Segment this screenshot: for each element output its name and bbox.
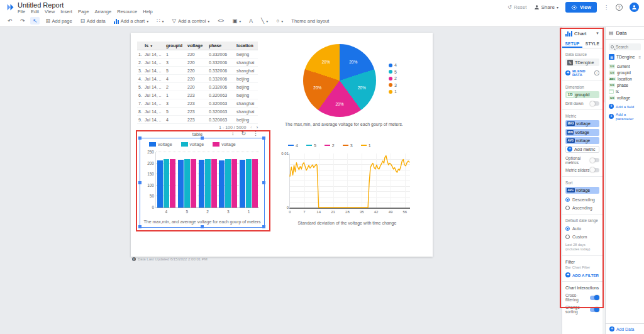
- chevron-down-icon[interactable]: ▼: [596, 31, 599, 35]
- field-location[interactable]: ABClocation: [609, 75, 641, 82]
- field-current[interactable]: 123current: [609, 63, 641, 69]
- data-source-chip[interactable]: ✎ TDengine: [565, 58, 599, 66]
- search-input[interactable]: [616, 45, 639, 49]
- selection-handle[interactable]: [201, 136, 204, 140]
- toolbar-line-button[interactable]: ╲▾: [258, 17, 270, 25]
- toolbar-embed-button[interactable]: <>: [215, 17, 226, 25]
- field-phase[interactable]: 123phase: [609, 82, 641, 88]
- menu-view[interactable]: View: [45, 9, 55, 14]
- metric-chip-avg[interactable]: AVGvoltage: [565, 137, 599, 144]
- metric-chip-max[interactable]: MAXvoltage: [565, 120, 599, 127]
- tab-style[interactable]: STYLE: [582, 40, 602, 48]
- tab-setup[interactable]: SETUP: [562, 40, 582, 48]
- menu-insert[interactable]: Insert: [60, 9, 72, 14]
- blend-data-link[interactable]: + BLEND DATA: [565, 69, 594, 77]
- table-cell: beijing: [235, 75, 258, 83]
- reset-button[interactable]: ↺ Reset: [508, 4, 527, 10]
- metric-sliders-toggle[interactable]: [590, 168, 599, 172]
- selection-handle[interactable]: [138, 181, 142, 184]
- legend-swatch: [181, 142, 188, 147]
- menu-help[interactable]: Help: [143, 9, 152, 14]
- menu-resource[interactable]: Resource: [117, 9, 137, 14]
- menu-edit[interactable]: Edit: [31, 9, 39, 14]
- table-chart[interactable]: ts ▼ groupid voltage phase location 1.Ju…: [137, 42, 258, 137]
- field-search[interactable]: [609, 43, 641, 50]
- avatar[interactable]: [630, 3, 639, 12]
- menu-file[interactable]: File: [18, 9, 25, 14]
- toggle-switch[interactable]: [590, 296, 599, 300]
- sort-option-descending[interactable]: Descending: [565, 198, 599, 202]
- toolbar-community-viz-button[interactable]: ∷▾: [154, 17, 166, 25]
- selection-handle[interactable]: [262, 225, 265, 228]
- more-vert-icon[interactable]: ⋮: [604, 4, 609, 10]
- selection-handle[interactable]: [138, 225, 142, 228]
- selection-handle[interactable]: [262, 181, 265, 184]
- blend-info-icon[interactable]: i: [594, 70, 599, 75]
- col-ts[interactable]: ts ▼: [143, 42, 165, 50]
- pie-chart[interactable]: 45231 The max,min, and average voltage f…: [274, 38, 423, 131]
- toolbar-shape-button[interactable]: ○▾: [274, 17, 286, 25]
- add-metric-button[interactable]: + Add metric: [565, 146, 599, 153]
- share-caret-icon[interactable]: ▾: [557, 5, 558, 9]
- add-field-link[interactable]: + Add a field: [609, 104, 641, 109]
- bar-voltage: [205, 159, 211, 208]
- toolbar-add-data-button[interactable]: ⊟Add data: [78, 17, 108, 25]
- line-chart[interactable]: 45231 07142128354249560.010 Standard dev…: [277, 141, 418, 226]
- selection-handle[interactable]: [201, 225, 204, 228]
- add-parameter-link[interactable]: + Add a parameter: [609, 112, 641, 121]
- col-phase[interactable]: phase: [208, 42, 235, 50]
- view-button[interactable]: View: [565, 2, 597, 13]
- field-groupid[interactable]: 123groupid: [609, 69, 641, 75]
- col-location[interactable]: location: [235, 42, 258, 50]
- number-type-badge: 123: [567, 93, 574, 97]
- legend-dash: [343, 145, 348, 146]
- legend-item: 2: [325, 143, 335, 148]
- date-option-auto[interactable]: Auto: [565, 226, 599, 231]
- data-source-row[interactable]: ▦ TDengine ≡: [609, 54, 641, 60]
- refresh-icon[interactable]: ↻: [242, 130, 247, 136]
- dimension-chip-groupid[interactable]: 123 groupid: [565, 91, 599, 98]
- sort-metric-chip[interactable]: AVG voltage: [565, 187, 599, 194]
- col-groupid[interactable]: groupid: [165, 42, 186, 50]
- share-button[interactable]: Share ▾: [534, 4, 558, 10]
- toggle-switch[interactable]: [590, 308, 599, 312]
- chart-more-vert-icon[interactable]: ⋮: [253, 130, 258, 136]
- metric-sliders-label: Metric sliders: [565, 168, 589, 172]
- optional-metrics-toggle[interactable]: [590, 158, 599, 162]
- toolbar-select-button[interactable]: ↖: [30, 17, 40, 25]
- date-option-custom[interactable]: Custom: [565, 235, 599, 239]
- report-title[interactable]: Untitled Report: [18, 1, 64, 9]
- bar-plot-area: 05010015020025045231: [155, 152, 259, 208]
- menu-arrange[interactable]: Arrange: [94, 9, 111, 14]
- toolbar-add-chart-button[interactable]: Add a chart▾: [111, 17, 151, 25]
- metric-chip-min[interactable]: MINvoltage: [565, 129, 599, 136]
- toolbar-add-control-button[interactable]: ▽Add a control▾: [170, 17, 213, 25]
- toolbar-redo-button[interactable]: ↷: [18, 17, 27, 25]
- legend-dash: [306, 145, 312, 146]
- field-ts[interactable]: ts: [609, 88, 641, 94]
- sort-option-ascending[interactable]: Ascending: [565, 206, 599, 210]
- toolbar-image-button[interactable]: ▣▾: [230, 17, 243, 25]
- selection-handle[interactable]: [262, 136, 265, 140]
- toolbar-textbox-button[interactable]: A: [247, 17, 255, 25]
- help-icon[interactable]: ?: [616, 4, 623, 11]
- page-next-icon[interactable]: ›: [257, 125, 258, 130]
- drill-down-toggle[interactable]: [590, 101, 599, 106]
- page-prev-icon[interactable]: ‹: [250, 125, 252, 130]
- menu-page[interactable]: Page: [78, 9, 89, 14]
- add-data-button[interactable]: + Add Data: [606, 323, 644, 334]
- col-voltage[interactable]: voltage: [186, 42, 208, 50]
- add-filter-button[interactable]: + ADD A FILTER: [565, 272, 599, 277]
- toolbar-add-page-button[interactable]: ⊞Add page: [43, 17, 74, 25]
- export-icon[interactable]: ↓: [231, 130, 235, 136]
- field-voltage[interactable]: 123voltage: [609, 94, 641, 101]
- collapse-fields-icon[interactable]: ≡: [638, 55, 641, 59]
- report-page[interactable]: ts ▼ groupid voltage phase location 1.Ju…: [131, 33, 433, 257]
- text-type-icon: ABC: [609, 77, 616, 81]
- edit-pencil-icon[interactable]: ✎: [567, 60, 573, 65]
- toolbar-theme-button[interactable]: Theme and layout: [289, 17, 331, 25]
- bar-chart-selected[interactable]: voltagevoltagevoltage 050100150200250452…: [140, 138, 265, 228]
- x-tick-label: 1: [248, 209, 250, 214]
- toolbar-undo-button[interactable]: ↶: [5, 17, 14, 25]
- selection-handle[interactable]: [138, 136, 142, 140]
